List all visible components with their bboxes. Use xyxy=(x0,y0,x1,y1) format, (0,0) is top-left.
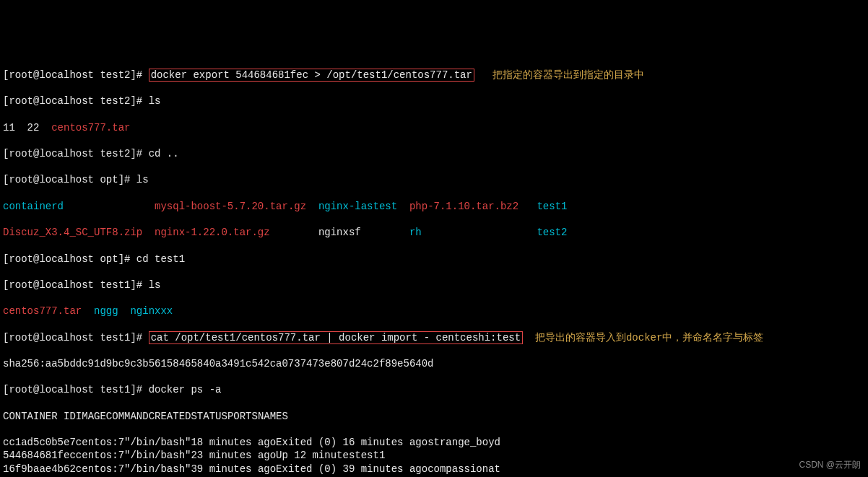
cmd-cd-test1: [root@localhost opt]# cd test1 xyxy=(3,253,865,266)
ls-output-4: centos777.tar nggg nginxxx xyxy=(3,305,865,318)
ls-output-3: Discuz_X3.4_SC_UTF8.zip nginx-1.22.0.tar… xyxy=(3,226,865,239)
cmd-line-import: [root@localhost test1]# cat /opt/test1/c… xyxy=(3,331,865,344)
ps-rows-1: cc1ad5c0b5e7centos:7"/bin/bash"18 minute… xyxy=(3,436,865,476)
table-row: 16f9baae4b62centos:7"/bin/bash"39 minute… xyxy=(3,463,865,476)
table-row: 544684681feccentos:7"/bin/bash"23 minute… xyxy=(3,449,865,462)
highlighted-cmd-import: cat /opt/test1/centos777.tar | docker im… xyxy=(149,331,523,344)
cmd-ls: [root@localhost test2]# ls xyxy=(3,95,865,108)
cmd-cd: [root@localhost test2]# cd .. xyxy=(3,147,865,160)
cmd-line-1: [root@localhost test2]# docker export 54… xyxy=(3,69,865,82)
table-row: cc1ad5c0b5e7centos:7"/bin/bash"18 minute… xyxy=(3,436,865,449)
ls-output-2: containerd mysql-boost-5.7.20.tar.gz ngi… xyxy=(3,200,865,213)
ls-output-1: 11 22 centos777.tar xyxy=(3,121,865,134)
annotation-2: 把导出的容器导入到docker中，并命名名字与标签 xyxy=(535,332,763,343)
cmd-docker-ps: [root@localhost test1]# docker ps -a xyxy=(3,383,865,396)
terminal-output: [root@localhost test2]# docker export 54… xyxy=(3,56,865,477)
cmd-ls-3: [root@localhost test1]# ls xyxy=(3,279,865,292)
cmd-ls-2: [root@localhost opt]# ls xyxy=(3,173,865,186)
sha-output: sha256:aa5bddc91d9bc9c3b56158465840a3491… xyxy=(3,357,865,370)
ps-header: CONTAINER IDIMAGECOMMANDCREATEDSTATUSPOR… xyxy=(3,410,865,423)
watermark: CSDN @云开朗 xyxy=(799,460,861,471)
annotation-1: 把指定的容器导出到指定的目录中 xyxy=(492,69,644,81)
highlighted-cmd-export: docker export 544684681fec > /opt/test1/… xyxy=(149,69,474,82)
